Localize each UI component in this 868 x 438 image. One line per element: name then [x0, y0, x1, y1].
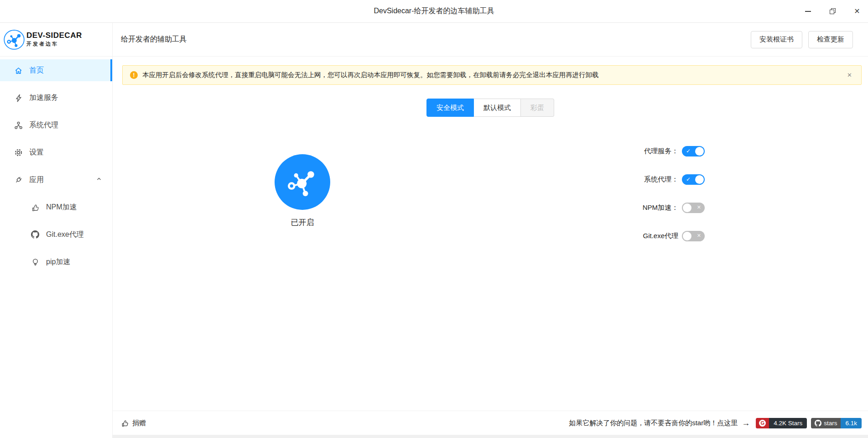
logo-title: DEV-SIDECAR [26, 31, 82, 40]
nodes-icon [14, 120, 23, 130]
system-proxy-toggle[interactable]: ✓ [682, 174, 705, 185]
sidebar-item-label: 系统代理 [29, 120, 58, 130]
sidebar-item-acceleration[interactable]: 加速服务 [0, 87, 112, 109]
sidebar-item-label: 首页 [29, 66, 44, 75]
switch-label: Git.exe代理 [627, 232, 678, 240]
titlebar: DevSidecar-给开发者的边车辅助工具 ✕ [0, 0, 868, 23]
github-icon [31, 230, 40, 239]
sidebar-item-apps[interactable]: 应用 [0, 169, 112, 191]
network-icon [287, 167, 317, 197]
thunderbolt-icon [14, 93, 23, 102]
logo-subtitle: 开发者边车 [26, 41, 82, 47]
github-star-count: 6.1k [841, 418, 862, 428]
banner-close-icon[interactable]: ✕ [845, 70, 854, 80]
git-proxy-toggle[interactable]: ✕ [682, 231, 705, 241]
mode-tabs-row: 安全模式 默认模式 彩蛋 [113, 99, 868, 117]
check-icon: ✓ [686, 148, 691, 154]
plug-icon [14, 175, 23, 184]
switch-list: 代理服务： ✓ 系统代理： ✓ NPM加速： [627, 146, 705, 259]
close-button[interactable]: ✕ [850, 4, 864, 19]
switch-label: 系统代理： [627, 175, 678, 184]
sidebar-item-npm[interactable]: NPM加速 [0, 196, 112, 218]
check-update-button[interactable]: 检查更新 [808, 31, 853, 48]
toggle-knob [695, 147, 704, 156]
switch-row-git: Git.exe代理 ✕ [627, 230, 705, 241]
switch-row-npm: NPM加速： ✕ [627, 202, 705, 213]
install-root-cert-button[interactable]: 安装根证书 [751, 31, 802, 48]
content-area: ! 本应用开启后会修改系统代理，直接重启电脑可能会无法上网，您可以再次启动本应用… [113, 57, 868, 411]
thumbs-up-icon [121, 419, 129, 427]
tab-safe-mode[interactable]: 安全模式 [426, 99, 474, 117]
github-label-seg: stars [811, 418, 841, 428]
thumbs-up-icon [31, 203, 40, 212]
switch-label: 代理服务： [627, 147, 678, 156]
tab-default-mode[interactable]: 默认模式 [474, 99, 521, 117]
page-header: 给开发者的辅助工具 安装根证书 检查更新 [113, 23, 868, 57]
window-title: DevSidecar-给开发者的边车辅助工具 [374, 6, 494, 16]
bulb-icon [31, 257, 40, 266]
main-panel: 给开发者的辅助工具 安装根证书 检查更新 ! 本应用开启后会修改系统代理，直接重… [113, 23, 868, 438]
sidebar-item-git[interactable]: Git.exe代理 [0, 224, 112, 245]
page-title: 给开发者的辅助工具 [121, 35, 187, 44]
restore-icon [830, 8, 836, 14]
sidebar-item-label: 加速服务 [29, 93, 58, 103]
sidebar-menu: 首页 加速服务 系统代理 [0, 57, 112, 278]
gitee-stars-badge[interactable]: G 4.2K Stars [756, 418, 807, 428]
minimize-icon [805, 11, 811, 12]
sidebar-item-pip[interactable]: pip加速 [0, 251, 112, 273]
star-hint-link[interactable]: 如果它解决了你的问题，请不要吝啬你的star哟！点这里 [569, 419, 738, 428]
sidebar-item-settings[interactable]: 设置 [0, 141, 112, 163]
sidebar: DEV-SIDECAR 开发者边车 首页 加速服务 [0, 23, 113, 438]
github-icon [815, 420, 821, 427]
logo-network-icon [3, 28, 25, 52]
switch-label: NPM加速： [627, 203, 678, 212]
sidebar-item-home[interactable]: 首页 [0, 59, 112, 81]
gitee-icon: G [759, 420, 766, 427]
check-icon: ✓ [686, 176, 691, 182]
gitee-logo-seg: G [756, 418, 769, 428]
home-icon [14, 66, 23, 75]
tab-easter-egg: 彩蛋 [521, 99, 554, 117]
cross-icon: ✕ [697, 233, 701, 239]
cross-icon: ✕ [697, 204, 701, 210]
switch-row-proxy-service: 代理服务： ✓ [627, 146, 705, 156]
status-label: 已开启 [275, 217, 330, 228]
toggle-knob [683, 232, 691, 240]
toggle-knob [695, 175, 704, 184]
proxy-service-toggle[interactable]: ✓ [682, 146, 705, 156]
window-controls: ✕ [800, 0, 864, 22]
github-stars-badge[interactable]: stars 6.1k [811, 418, 862, 428]
close-icon: ✕ [854, 8, 860, 15]
gear-icon [14, 148, 23, 157]
arrow-right-icon: → [742, 418, 750, 428]
sidebar-item-label: Git.exe代理 [46, 230, 84, 240]
app-logo: DEV-SIDECAR 开发者边车 [0, 23, 112, 57]
footer-right: 如果它解决了你的问题，请不要吝啬你的star哟！点这里 → G 4.2K Sta… [569, 418, 862, 428]
devsidecar-window: DevSidecar-给开发者的边车辅助工具 ✕ [0, 0, 868, 438]
toggle-knob [683, 203, 691, 212]
restore-button[interactable] [825, 4, 840, 19]
sidebar-item-label: NPM加速 [46, 203, 77, 212]
header-buttons: 安装根证书 检查更新 [751, 31, 853, 48]
sidebar-item-label: 设置 [29, 148, 44, 157]
warning-text: 本应用开启后会修改系统代理，直接重启电脑可能会无法上网，您可以再次启动本应用即可… [142, 71, 599, 79]
bottom-strip [113, 435, 868, 438]
status-power-button[interactable] [275, 154, 330, 210]
donate-label: 捐赠 [132, 419, 146, 428]
mode-tabs: 安全模式 默认模式 彩蛋 [426, 99, 554, 117]
sidebar-item-label: 应用 [29, 175, 44, 185]
chevron-up-icon [96, 176, 102, 184]
warning-banner: ! 本应用开启后会修改系统代理，直接重启电脑可能会无法上网，您可以再次启动本应用… [122, 65, 862, 85]
sidebar-item-label: pip加速 [46, 257, 70, 267]
github-stars-label: stars [824, 420, 837, 427]
warning-icon: ! [130, 71, 138, 79]
logo-text: DEV-SIDECAR 开发者边车 [26, 31, 82, 48]
footer: 捐赠 如果它解决了你的问题，请不要吝啬你的star哟！点这里 → G 4.2K … [113, 411, 868, 435]
minimize-button[interactable] [800, 4, 815, 19]
donate-button[interactable]: 捐赠 [121, 419, 146, 428]
sidebar-item-system-proxy[interactable]: 系统代理 [0, 114, 112, 136]
gitee-star-count: 4.2K Stars [769, 418, 807, 428]
npm-acceleration-toggle[interactable]: ✕ [682, 203, 705, 213]
switch-row-system-proxy: 系统代理： ✓ [627, 174, 705, 185]
